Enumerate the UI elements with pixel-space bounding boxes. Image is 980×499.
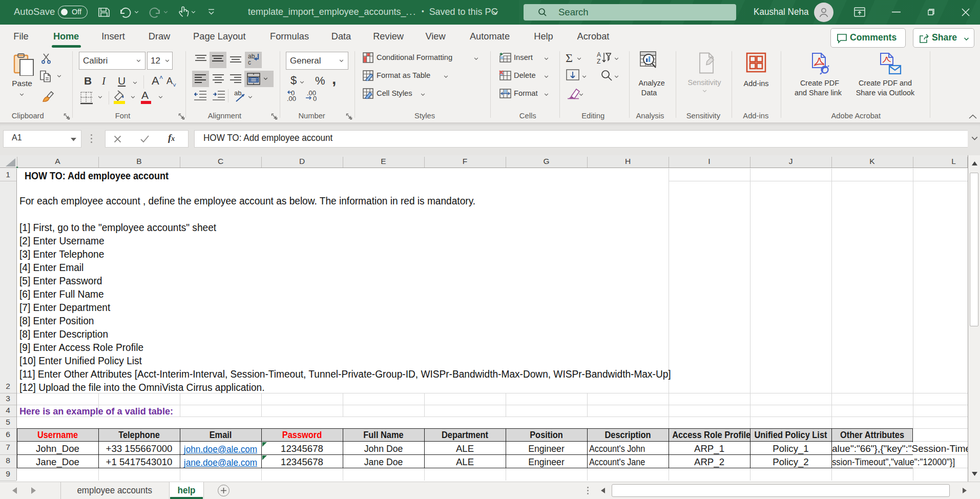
svg-text:A: A — [597, 51, 601, 58]
svg-text:c: c — [248, 59, 251, 66]
svg-text:ab: ab — [234, 89, 241, 97]
svg-text:Z: Z — [597, 58, 600, 65]
